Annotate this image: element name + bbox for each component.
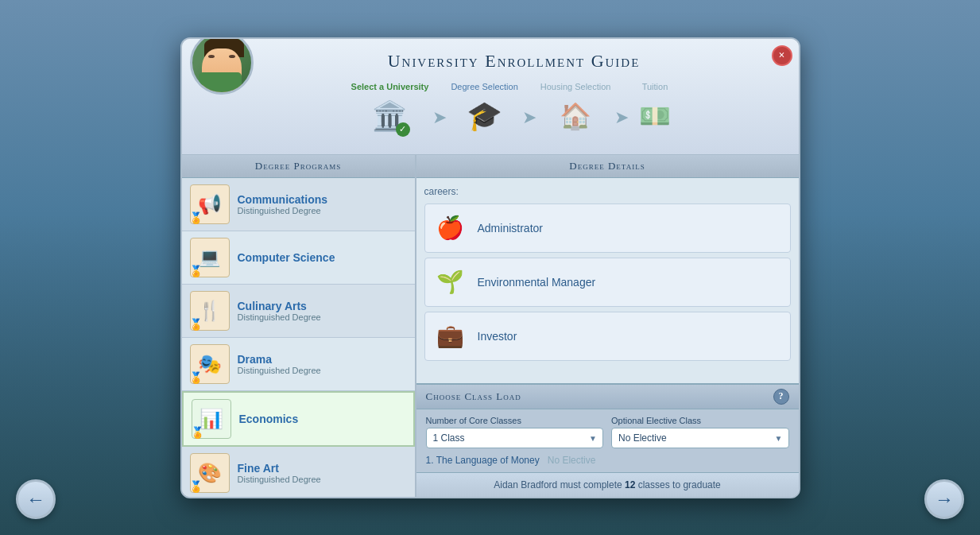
close-button[interactable]: × (772, 45, 792, 66)
footer-text-prefix: must complete (560, 479, 625, 490)
communications-type: Distinguished Degree (238, 206, 407, 215)
class-selectors: Number of Core Classes 1 Class 2 Classes… (426, 416, 789, 448)
class-load-body: Number of Core Classes 1 Class 2 Classes… (416, 409, 799, 472)
step-tuition-label: Tuition (642, 82, 668, 91)
economics-icon: 📊 (192, 399, 231, 439)
investor-name: Investor (478, 330, 517, 343)
drama-info: Drama Distinguished Degree (238, 353, 407, 375)
career-item-environmental-manager: 🌱 Environmental Manager (424, 258, 791, 307)
step-degree-selection-icon-wrap: 🎓 (463, 95, 506, 138)
step-select-university-icon-wrap: 🏛️ ✓ (368, 95, 412, 138)
elective-select[interactable]: No Elective Elective 1 Elective 2 (611, 428, 789, 448)
culinary-arts-info: Culinary Arts Distinguished Degree (238, 300, 407, 322)
class-load-section: Choose Class Load ? Number of Core Class… (416, 383, 799, 472)
drama-icon: 🎭 (190, 344, 230, 384)
money-icon: 💵 (639, 101, 671, 131)
degree-programs-header: Degree Programs (182, 155, 415, 178)
elective-label: Optional Elective Class (611, 416, 789, 425)
step-select-university[interactable]: Select a University 🏛️ ✓ (351, 82, 429, 138)
environmental-manager-name: Environmental Manager (478, 276, 596, 289)
class-load-title: Choose Class Load (426, 390, 521, 403)
culinary-arts-icon: 🍴 (190, 291, 230, 331)
fine-art-name: Fine Art (238, 462, 407, 475)
fine-art-info: Fine Art Distinguished Degree (238, 462, 407, 484)
core-classes-label: Number of Core Classes (426, 416, 604, 425)
step-housing-selection-icon-wrap: 🏠 (554, 95, 598, 138)
computer-science-icon: 💻 (190, 238, 230, 277)
step-degree-selection[interactable]: Degree Selection 🎓 (451, 82, 517, 138)
modal-footer: Aidan Bradford must complete 12 classes … (416, 472, 799, 497)
fine-art-icon: 🎨 (190, 453, 230, 493)
footer-student: Aidan Bradford (494, 479, 557, 490)
step-tuition[interactable]: Tuition 💵 (633, 82, 676, 138)
arrow-3: ➤ (614, 91, 629, 128)
step-complete-checkmark: ✓ (396, 122, 410, 137)
modal-title: University Enrollment Guide (261, 51, 767, 72)
degree-item-culinary-arts[interactable]: 🍴 Culinary Arts Distinguished Degree (182, 285, 415, 338)
modal-header: University Enrollment Guide Select a Uni… (182, 39, 799, 155)
elective-dropdown-wrap[interactable]: No Elective Elective 1 Elective 2 (611, 428, 789, 448)
communications-icon: 📢 (190, 184, 230, 224)
step-select-university-label: Select a University (351, 82, 429, 91)
step-degree-selection-label: Degree Selection (451, 82, 517, 91)
administrator-icon: 🍎 (433, 211, 468, 246)
step-housing-selection-label: Housing Selection (540, 82, 611, 91)
class-load-header: Choose Class Load ? (416, 385, 799, 409)
graduation-cap-icon: 🎓 (467, 99, 502, 133)
back-button[interactable]: ← (16, 479, 56, 519)
help-button[interactable]: ? (773, 389, 789, 405)
economics-info: Economics (239, 413, 405, 425)
steps-bar: Select a University 🏛️ ✓ ➤ Degree Select… (261, 78, 767, 146)
modal-body: Degree Programs 📢 Communications Disting… (182, 155, 799, 497)
economics-name: Economics (239, 413, 405, 425)
degree-item-computer-science[interactable]: 💻 Computer Science (182, 231, 415, 285)
drama-name: Drama (238, 353, 407, 366)
core-classes-select[interactable]: 1 Class 2 Classes 3 Classes 4 Classes (426, 428, 604, 448)
careers-label: careers: (424, 186, 791, 197)
footer-text-suffix: classes to graduate (638, 479, 721, 490)
culinary-arts-name: Culinary Arts (238, 300, 407, 312)
class-list-elective: No Elective (548, 455, 596, 466)
class-list-item-1: 1. The Language of Money (426, 455, 540, 466)
degree-details-panel: Degree Details careers: 🍎 Administrator … (416, 155, 799, 497)
environmental-manager-icon: 🌱 (433, 265, 468, 300)
culinary-arts-type: Distinguished Degree (238, 312, 407, 322)
degree-list: 📢 Communications Distinguished Degree 💻 … (182, 178, 415, 497)
degree-details-content: careers: 🍎 Administrator 🌱 Environmental… (416, 178, 799, 383)
degree-details-header: Degree Details (416, 155, 799, 178)
core-classes-group: Number of Core Classes 1 Class 2 Classes… (426, 416, 604, 448)
degree-item-drama[interactable]: 🎭 Drama Distinguished Degree (182, 338, 415, 391)
enrollment-modal: × University Enrollment Guide Select a U… (180, 37, 800, 498)
degree-item-economics[interactable]: 📊 Economics (182, 391, 415, 447)
drama-type: Distinguished Degree (238, 366, 407, 375)
degree-item-fine-art[interactable]: 🎨 Fine Art Distinguished Degree (182, 447, 415, 497)
class-list: 1. The Language of Money No Elective (426, 455, 789, 466)
step-tuition-icon-wrap: 💵 (633, 95, 676, 138)
fine-art-type: Distinguished Degree (238, 475, 407, 484)
arrow-1: ➤ (432, 91, 447, 128)
career-item-investor: 💼 Investor (424, 312, 791, 361)
computer-science-info: Computer Science (238, 251, 407, 264)
computer-science-name: Computer Science (238, 251, 407, 264)
degree-item-communications[interactable]: 📢 Communications Distinguished Degree (182, 178, 415, 231)
avatar-shirt (199, 72, 242, 92)
career-item-administrator: 🍎 Administrator (424, 204, 791, 253)
communications-info: Communications Distinguished Degree (238, 193, 407, 215)
investor-icon: 💼 (433, 319, 468, 354)
degree-programs-panel: Degree Programs 📢 Communications Disting… (182, 155, 416, 497)
administrator-name: Administrator (478, 222, 543, 235)
elective-group: Optional Elective Class No Elective Elec… (611, 416, 789, 448)
footer-required-classes: 12 (625, 479, 635, 490)
communications-name: Communications (238, 193, 407, 206)
core-classes-dropdown-wrap[interactable]: 1 Class 2 Classes 3 Classes 4 Classes (426, 428, 604, 448)
arrow-2: ➤ (522, 91, 536, 128)
step-housing-selection[interactable]: Housing Selection 🏠 (540, 82, 611, 138)
house-icon: 🏠 (560, 101, 591, 131)
next-button[interactable]: → (924, 479, 964, 519)
